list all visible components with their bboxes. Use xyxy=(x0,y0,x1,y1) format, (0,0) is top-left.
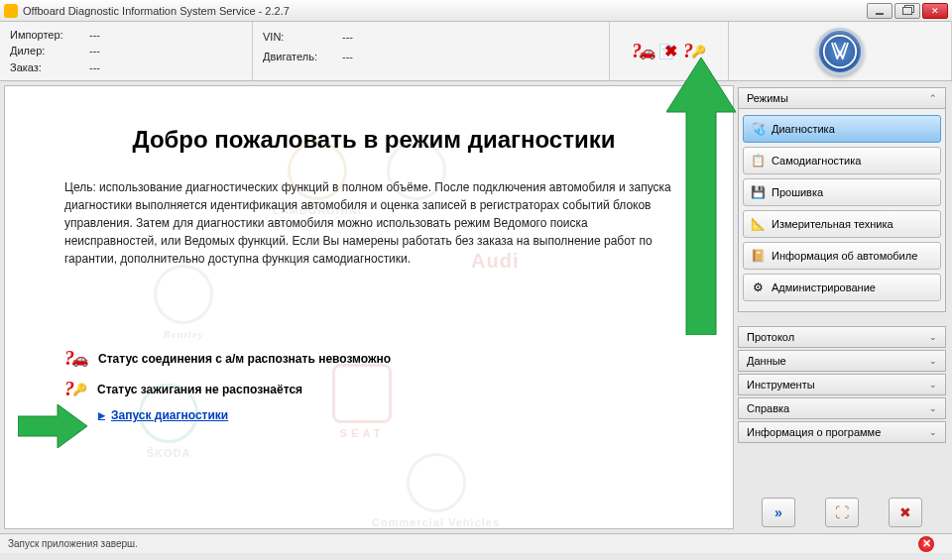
statusbar-text: Запуск приложения заверш. xyxy=(8,538,138,549)
header-col-dealer: Импортер:--- Дилер:--- Заказ:--- xyxy=(0,22,253,80)
chevron-down-icon: ⌄ xyxy=(929,427,937,437)
mode-button-admin[interactable]: ⚙Администрирование xyxy=(743,274,941,301)
mode-button-vehinfo[interactable]: 📔Информация об автомобиле xyxy=(743,242,941,270)
admin-icon: ⚙ xyxy=(750,280,766,295)
importer-value: --- xyxy=(89,29,100,41)
app-icon xyxy=(4,4,18,18)
mode-button-selfdiag[interactable]: 📋Самодиагностика xyxy=(743,147,941,174)
engine-value: --- xyxy=(342,51,353,62)
bottom-toolbar: » ⛶ ✖ xyxy=(738,492,946,529)
accordion-протокол[interactable]: Протокол⌄ xyxy=(738,326,946,348)
mode-label: Диагностика xyxy=(772,123,835,135)
no-data-icon: 📄✖ xyxy=(661,42,677,60)
status-bar: Запуск приложения заверш. ✕ xyxy=(0,533,952,553)
vin-value: --- xyxy=(342,31,353,43)
status-ignition-text: Статус зажигания не распознаётся xyxy=(97,383,302,396)
close-button[interactable]: ✕ xyxy=(922,3,948,19)
importer-label: Импортер: xyxy=(10,29,89,41)
chevron-down-icon: ⌄ xyxy=(929,332,937,342)
chevron-down-icon: ⌄ xyxy=(929,403,937,413)
mode-button-flash[interactable]: 💾Прошивка xyxy=(743,178,941,206)
info-header: Импортер:--- Дилер:--- Заказ:--- VIN:---… xyxy=(0,22,952,81)
header-col-vehicle: VIN:--- Двигатель:--- xyxy=(253,22,610,80)
main-content-panel: LAMBORGHINI Bentley Audi ŠKODA SEAT Comm… xyxy=(4,85,734,529)
measure-icon: 📐 xyxy=(750,216,766,232)
dealer-value: --- xyxy=(89,45,100,56)
window-title: Offboard Diagnostic Information System S… xyxy=(23,5,867,17)
status-list: ?🚗 Статус соединения с а/м распознать не… xyxy=(64,347,683,422)
statusbar-error-icon: ✕ xyxy=(918,536,934,552)
section-label: Протокол xyxy=(747,331,794,343)
mode-label: Администрирование xyxy=(772,281,876,293)
cancel-button[interactable]: ✖ xyxy=(889,498,922,527)
page-title: Добро пожаловать в режим диагностики xyxy=(64,126,683,154)
window-titlebar: Offboard Diagnostic Information System S… xyxy=(0,0,952,22)
engine-label: Двигатель: xyxy=(263,51,342,62)
chevron-down-icon: ⌄ xyxy=(929,356,937,366)
mode-button-diag[interactable]: 🩺Диагностика xyxy=(743,115,941,143)
accordion-данные[interactable]: Данные⌄ xyxy=(738,350,946,372)
chevron-up-icon: ⌃ xyxy=(929,93,937,103)
status-row-ignition: ?🔑 Статус зажигания не распознаётся xyxy=(64,378,683,400)
window-controls: ✕ xyxy=(867,3,948,19)
accordion-информация-о-программе[interactable]: Информация о программе⌄ xyxy=(738,421,946,443)
right-sidebar: Режимы ⌃ 🩺Диагностика📋Самодиагностика💾Пр… xyxy=(734,81,952,533)
section-label: Справка xyxy=(747,402,789,414)
accordion-инструменты[interactable]: Инструменты⌄ xyxy=(738,374,946,395)
flash-icon: 💾 xyxy=(750,184,766,200)
fit-screen-button[interactable]: ⛶ xyxy=(825,498,859,527)
vehinfo-icon: 📔 xyxy=(750,248,766,264)
mode-label: Измерительная техника xyxy=(772,218,893,230)
status-row-connection: ?🚗 Статус соединения с а/м распознать не… xyxy=(64,347,683,370)
minimize-button[interactable] xyxy=(867,3,892,19)
vw-logo-icon xyxy=(816,28,864,75)
modes-title: Режимы xyxy=(747,92,788,104)
section-label: Данные xyxy=(747,355,786,367)
modes-body: 🩺Диагностика📋Самодиагностика💾Прошивка📐Из… xyxy=(738,109,946,312)
accordion-modes[interactable]: Режимы ⌃ xyxy=(738,87,946,109)
order-value: --- xyxy=(89,61,100,73)
header-col-status-icons: ?🚗 📄✖ ?🔑 xyxy=(610,22,729,80)
section-label: Информация о программе xyxy=(747,426,881,438)
section-label: Инструменты xyxy=(747,379,815,391)
header-col-logo xyxy=(729,22,952,80)
chevron-down-icon: ⌄ xyxy=(929,380,937,390)
status-connection-text: Статус соединения с а/м распознать невоз… xyxy=(98,352,391,366)
ignition-status-icon: ?🔑 xyxy=(683,40,706,62)
page-body-text: Цель: использование диагностических функ… xyxy=(64,178,683,268)
mode-label: Информация об автомобиле xyxy=(772,250,917,262)
order-label: Заказ: xyxy=(10,61,89,73)
selfdiag-icon: 📋 xyxy=(750,153,766,168)
question-car-icon: ?🚗 xyxy=(64,347,88,370)
restore-button[interactable] xyxy=(894,3,920,19)
mode-label: Самодиагностика xyxy=(772,155,861,167)
connection-status-icon: ?🚗 xyxy=(632,40,655,62)
diag-icon: 🩺 xyxy=(750,121,766,137)
mode-button-measure[interactable]: 📐Измерительная техника xyxy=(743,210,941,238)
vin-label: VIN: xyxy=(263,31,342,43)
start-diagnostics-link[interactable]: Запуск диагностики xyxy=(98,408,228,422)
accordion-справка[interactable]: Справка⌄ xyxy=(738,397,946,419)
question-key-icon: ?🔑 xyxy=(64,378,87,400)
mode-label: Прошивка xyxy=(772,186,823,198)
forward-button[interactable]: » xyxy=(762,498,795,527)
dealer-label: Дилер: xyxy=(10,45,89,56)
